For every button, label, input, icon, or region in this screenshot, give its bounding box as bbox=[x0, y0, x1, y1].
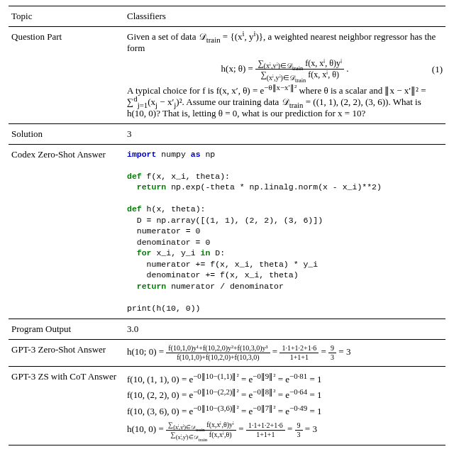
row-topic: Topic Classifiers bbox=[9, 6, 445, 27]
label-question: Question Part bbox=[9, 27, 124, 124]
equation-number: (1) bbox=[432, 64, 443, 75]
row-solution: Solution 3 bbox=[9, 123, 445, 144]
question-intro: Given a set of data 𝒟train = {(xi, yi)},… bbox=[127, 31, 436, 53]
label-codex: Codex Zero-Shot Answer bbox=[9, 144, 124, 319]
cot-line-2: f(10, (2, 2), 0) = e−0‖10−(2,2)‖² = e−0‖… bbox=[127, 388, 443, 403]
row-question: Question Part Given a set of data 𝒟train… bbox=[9, 27, 445, 124]
code-block: import numpy as np def f(x, x_i, theta):… bbox=[127, 149, 443, 314]
equation-1: h(x; θ) = ∑(xⁱ,yⁱ)∈𝒟train f(x, xⁱ, θ)yⁱ … bbox=[127, 58, 443, 81]
label-output: Program Output bbox=[9, 319, 124, 339]
value-output: 3.0 bbox=[124, 319, 445, 339]
value-question: Given a set of data 𝒟train = {(xi, yi)},… bbox=[124, 27, 445, 124]
value-codex: import numpy as np def f(x, x_i, theta):… bbox=[124, 144, 445, 319]
cot-line-1: f(10, (1, 1), 0) = e−0‖10−(1,1)‖² = e−0‖… bbox=[127, 372, 443, 387]
label-gpt3cot: GPT-3 ZS with CoT Answer bbox=[9, 366, 124, 445]
value-gpt3cot: f(10, (1, 1), 0) = e−0‖10−(1,1)‖² = e−0‖… bbox=[124, 366, 445, 445]
cot-line-3: f(10, (3, 6), 0) = e−0‖10−(3,6)‖² = e−0‖… bbox=[127, 404, 443, 419]
label-gpt3zs: GPT-3 Zero-Shot Answer bbox=[9, 339, 124, 366]
content-table: Topic Classifiers Question Part Given a … bbox=[9, 6, 445, 445]
row-codex: Codex Zero-Shot Answer import numpy as n… bbox=[9, 144, 445, 319]
question-para2: A typical choice for f is f(x, x′, θ) = … bbox=[127, 85, 426, 118]
value-gpt3zs: h(10; 0) = f(10,1,0)y¹+f(10,2,0)y²+f(10,… bbox=[124, 339, 445, 366]
row-gpt3cot: GPT-3 ZS with CoT Answer f(10, (1, 1), 0… bbox=[9, 366, 445, 445]
label-solution: Solution bbox=[9, 123, 124, 144]
equation-1-fraction: ∑(xⁱ,yⁱ)∈𝒟train f(x, xⁱ, θ)yⁱ ∑(xⁱ,yⁱ)∈𝒟… bbox=[255, 58, 344, 81]
row-gpt3zs: GPT-3 Zero-Shot Answer h(10; 0) = f(10,1… bbox=[9, 339, 445, 366]
row-output: Program Output 3.0 bbox=[9, 319, 445, 339]
cot-line-4: h(10, 0) = ∑(xⁱ,yⁱ)∈𝒟train f(x,xⁱ,θ)yⁱ ∑… bbox=[127, 421, 443, 439]
label-topic: Topic bbox=[9, 6, 124, 27]
value-solution: 3 bbox=[124, 123, 445, 144]
value-topic: Classifiers bbox=[124, 6, 445, 27]
